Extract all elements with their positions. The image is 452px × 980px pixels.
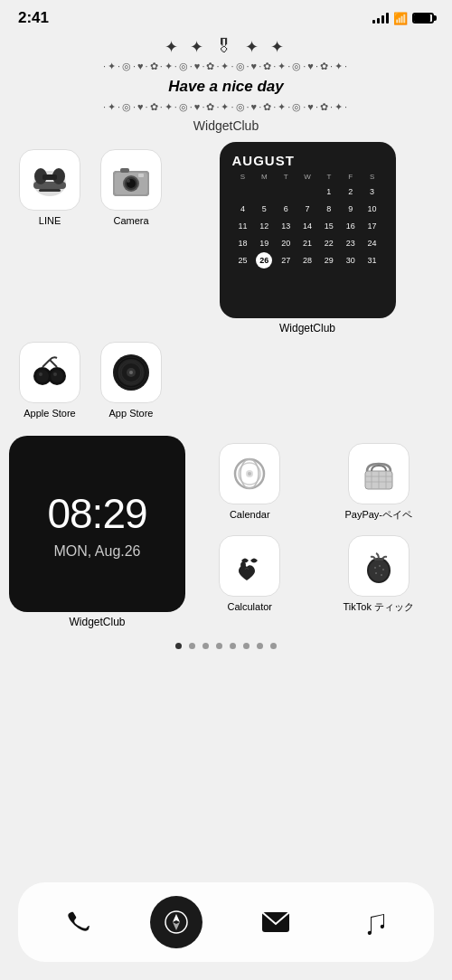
cal-day bbox=[232, 184, 254, 200]
signal-bars-icon bbox=[372, 13, 389, 24]
dock-item-safari[interactable] bbox=[150, 896, 202, 948]
page-dot[interactable] bbox=[257, 643, 263, 649]
dock-item-mail[interactable] bbox=[250, 896, 302, 948]
cal-day bbox=[297, 184, 318, 200]
svg-point-8 bbox=[54, 184, 58, 188]
cal-day: 8 bbox=[318, 201, 340, 217]
app-item-calendar[interactable]: Calendar bbox=[185, 436, 315, 528]
calendar-app-label: Calendar bbox=[230, 509, 270, 521]
calendar-app-icon bbox=[219, 443, 280, 504]
battery-icon bbox=[412, 13, 434, 24]
cal-day bbox=[275, 184, 297, 200]
clock-widget-container: 08:29 MON, Aug.26 WidgetClub bbox=[9, 436, 185, 628]
svg-point-6 bbox=[42, 184, 45, 188]
app-item-tiktok[interactable]: TikTok ティック bbox=[315, 528, 444, 620]
svg-point-25 bbox=[53, 372, 57, 376]
cal-day: 25 bbox=[232, 252, 254, 269]
cal-day: 12 bbox=[253, 218, 275, 234]
svg-point-16 bbox=[127, 179, 130, 183]
widget-club-header-label: WidgetClub bbox=[0, 118, 452, 133]
svg-point-22 bbox=[36, 370, 49, 382]
nice-day-text: Have a nice day bbox=[0, 78, 452, 96]
cal-day: 17 bbox=[362, 218, 383, 234]
apple-store-label: Apple Store bbox=[24, 408, 75, 419]
camera-label: Camera bbox=[113, 215, 148, 227]
cal-day: 31 bbox=[362, 252, 383, 269]
svg-point-50 bbox=[379, 565, 381, 567]
svg-point-39 bbox=[248, 472, 251, 476]
cal-day: 10 bbox=[362, 201, 383, 217]
status-icons: 📶 bbox=[372, 12, 434, 25]
row2: Apple Store App Store bbox=[0, 335, 452, 430]
line-label: LINE bbox=[39, 215, 61, 227]
svg-point-23 bbox=[51, 370, 63, 382]
line-icon bbox=[19, 149, 80, 211]
bow-decoration: ✦ ✦ 🎖 ✦ ✦ bbox=[0, 36, 452, 57]
cal-day: 28 bbox=[297, 252, 318, 269]
status-bar: 2:41 📶 bbox=[0, 0, 452, 33]
cal-day: 23 bbox=[340, 235, 362, 251]
cal-day: 26 bbox=[256, 252, 272, 269]
clock-date: MON, Aug.26 bbox=[53, 543, 140, 560]
cal-day: 18 bbox=[232, 235, 254, 251]
cal-day: 29 bbox=[318, 252, 340, 269]
apple-store-icon bbox=[19, 342, 80, 403]
svg-point-7 bbox=[48, 184, 52, 188]
cal-day: 2 bbox=[340, 184, 362, 200]
svg-point-24 bbox=[39, 372, 42, 376]
svg-point-48 bbox=[369, 560, 389, 581]
svg-point-52 bbox=[375, 572, 377, 574]
cal-day: 9 bbox=[340, 201, 362, 217]
svg-rect-17 bbox=[138, 174, 144, 177]
cal-days-grid: 1234567891011121314151617181920212223242… bbox=[232, 184, 383, 269]
cal-day: 11 bbox=[232, 218, 254, 234]
cal-day: 27 bbox=[275, 252, 297, 269]
cal-day: 14 bbox=[297, 218, 318, 234]
right-apps-grid: Calendar PayPay bbox=[185, 436, 443, 620]
svg-marker-55 bbox=[173, 914, 180, 922]
calendar-widget-label: WidgetClub bbox=[279, 322, 335, 335]
calculator-label: Calculator bbox=[227, 601, 272, 613]
app-item-paypay[interactable]: PayPay-ペイペ bbox=[315, 436, 444, 528]
cal-day: 1 bbox=[318, 184, 340, 200]
clock-time: 08:29 bbox=[47, 489, 146, 538]
page-dot[interactable] bbox=[202, 643, 209, 649]
deco-line-2: ·✦·◎·♥·✿·✦·◎·♥·✿·✦·◎·♥·✿·✦·◎·♥·✿·✦· bbox=[0, 101, 452, 113]
page-dot[interactable] bbox=[175, 643, 182, 649]
dock bbox=[18, 882, 434, 962]
page-dot[interactable] bbox=[189, 643, 195, 649]
app-item-camera[interactable]: Camera bbox=[90, 142, 172, 234]
svg-rect-5 bbox=[39, 189, 61, 192]
status-time: 2:41 bbox=[18, 9, 49, 27]
page-dot[interactable] bbox=[230, 643, 236, 649]
svg-marker-56 bbox=[173, 922, 180, 930]
cal-day: 3 bbox=[362, 184, 383, 200]
cal-month: AUGUST bbox=[232, 153, 383, 168]
svg-line-20 bbox=[42, 360, 50, 367]
dock-item-music[interactable] bbox=[349, 896, 401, 948]
page-dot[interactable] bbox=[270, 643, 277, 649]
cal-day bbox=[253, 184, 275, 200]
calendar-widget[interactable]: AUGUST S M T W T F S 1234567891011121314… bbox=[220, 142, 396, 318]
tiktok-label: TikTok ティック bbox=[344, 601, 414, 613]
cal-day: 19 bbox=[253, 235, 275, 251]
app-item-calculator[interactable]: Calculator bbox=[185, 528, 315, 620]
deco-line-1: ·✦·◎·♥·✿·✦·◎·♥·✿·✦·◎·♥·✿·✦·◎·♥·✿·✦· bbox=[0, 61, 452, 72]
cal-day: 4 bbox=[232, 201, 254, 217]
clock-widget[interactable]: 08:29 MON, Aug.26 bbox=[9, 436, 185, 612]
svg-point-30 bbox=[129, 371, 133, 374]
wifi-icon: 📶 bbox=[393, 12, 408, 25]
app-item-app-store[interactable]: App Store bbox=[90, 335, 172, 427]
cal-days-header: S M T W T F S bbox=[232, 173, 383, 181]
app-item-line[interactable]: LINE bbox=[9, 142, 90, 234]
dock-item-phone[interactable] bbox=[51, 896, 103, 948]
cal-day: 21 bbox=[297, 235, 318, 251]
cal-day: 5 bbox=[253, 201, 275, 217]
page-dot[interactable] bbox=[216, 643, 222, 649]
paypay-icon bbox=[348, 443, 410, 504]
app-store-icon bbox=[100, 342, 162, 403]
app-item-apple-store[interactable]: Apple Store bbox=[9, 335, 90, 427]
page-dots bbox=[0, 643, 452, 649]
page-dot[interactable] bbox=[243, 643, 250, 649]
svg-point-49 bbox=[374, 567, 376, 569]
